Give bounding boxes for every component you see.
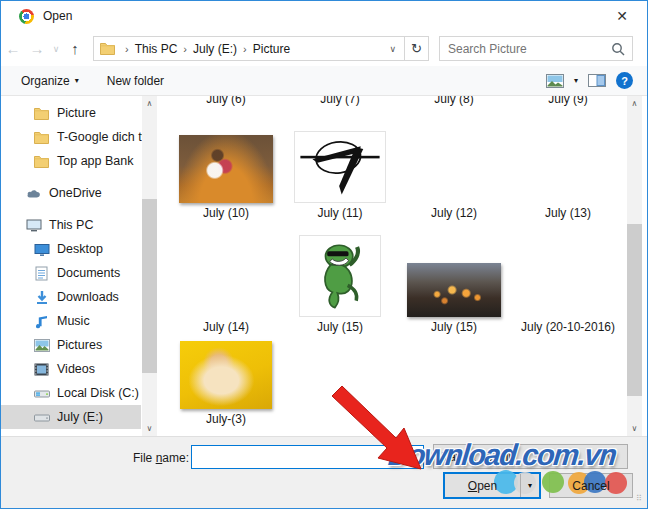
view-dropdown-icon[interactable]: ▾: [574, 76, 578, 85]
thumbnail-view-icon[interactable]: [546, 74, 564, 88]
scroll-down-icon[interactable]: ∨: [142, 421, 157, 436]
file-label: July (9): [548, 96, 587, 106]
sidebar-item-desktop[interactable]: Desktop: [1, 237, 157, 261]
file-thumbnail[interactable]: [511, 222, 625, 317]
sidebar-item-label: Downloads: [57, 290, 119, 304]
desktop-icon: [33, 242, 50, 256]
photo-house-thumbnail[interactable]: [407, 263, 501, 317]
file-label: July (12): [431, 206, 477, 220]
scroll-down-icon[interactable]: ∨: [627, 421, 642, 436]
file-thumbnail[interactable]: [511, 106, 625, 203]
file-thumbnail[interactable]: [283, 222, 397, 317]
scroll-up-icon[interactable]: ∧: [627, 96, 642, 111]
sidebar-item-downloads[interactable]: Downloads: [1, 285, 157, 309]
sidebar-item-onedrive[interactable]: OneDrive: [1, 181, 157, 205]
file-item-july-10-[interactable]: July (10): [169, 106, 283, 220]
sidebar-item-this-pc[interactable]: This PC: [1, 213, 157, 237]
refresh-icon[interactable]: ↻: [405, 36, 429, 61]
open-split-dropdown-icon[interactable]: ▾: [520, 474, 539, 497]
file-thumbnail[interactable]: [397, 222, 511, 317]
forward-icon[interactable]: →: [25, 40, 49, 57]
back-icon[interactable]: ←: [1, 40, 25, 57]
breadcrumb-item-july-e-[interactable]: July (E:): [193, 42, 237, 56]
breadcrumb-dropdown-icon[interactable]: ∨: [381, 44, 404, 54]
file-label: July (7): [320, 96, 359, 106]
file-label: July-(3): [206, 412, 246, 426]
sidebar-item-label: Videos: [57, 362, 95, 376]
sidebar-item-videos[interactable]: Videos: [1, 357, 157, 381]
sidebar-item-music[interactable]: Music: [1, 309, 157, 333]
dialog-content: PictureT-Google dich tvTop app BankOneDr…: [1, 96, 647, 436]
photo-cat-thumbnail[interactable]: [180, 341, 272, 409]
file-thumbnail[interactable]: [283, 106, 397, 203]
new-folder-button[interactable]: New folder: [99, 74, 172, 88]
file-item-july-15-[interactable]: July (15): [283, 222, 397, 334]
open-button[interactable]: Open ▾: [443, 472, 541, 499]
scrollbar-thumb[interactable]: [142, 199, 157, 373]
breadcrumb[interactable]: ›This PC›July (E:)›Picture ∨: [93, 36, 405, 61]
preview-pane-icon[interactable]: [588, 74, 606, 87]
search-icon[interactable]: [611, 42, 632, 56]
file-name-input[interactable]: [192, 450, 410, 464]
file-item-july-15-[interactable]: July (15): [397, 222, 511, 334]
sidebar-item-label: Desktop: [57, 242, 103, 256]
sidebar-item-label: OneDrive: [49, 186, 102, 200]
sidebar-item-label: Pictures: [57, 338, 102, 352]
scroll-up-icon[interactable]: ∧: [142, 96, 157, 111]
file-thumbnail[interactable]: [169, 341, 283, 409]
file-thumbnail[interactable]: [397, 106, 511, 203]
organize-label: Organize: [21, 74, 70, 88]
file-item-july-7-[interactable]: July (7): [283, 96, 397, 106]
cancel-label: Cancel: [572, 479, 609, 493]
file-item-july-3-[interactable]: July-(3): [169, 341, 283, 426]
scrollbar-thumb[interactable]: [627, 224, 642, 396]
file-name-label: File name:: [131, 451, 189, 465]
file-thumbnail[interactable]: [169, 106, 283, 203]
file-grid-scrollbar[interactable]: ∧ ∨: [627, 96, 642, 436]
sidebar-list: PictureT-Google dich tvTop app BankOneDr…: [1, 96, 157, 429]
sidebar-item-label: July (E:): [57, 410, 103, 424]
close-icon[interactable]: ✕: [607, 8, 637, 24]
sidebar-scrollbar[interactable]: ∧ ∨: [142, 96, 157, 436]
sidebar-item-pictures[interactable]: Pictures: [1, 333, 157, 357]
downloads-icon: [33, 290, 50, 305]
history-dropdown-icon[interactable]: ∨: [49, 44, 63, 54]
new-folder-label: New folder: [107, 74, 164, 88]
file-row: July (14)July (15)July (15)July (20-10-2…: [169, 222, 625, 334]
documents-icon: [33, 266, 50, 281]
search-input[interactable]: [440, 42, 611, 56]
sidebar-item-july-e-[interactable]: July (E:): [1, 405, 141, 429]
breadcrumb-item-this-pc[interactable]: This PC: [135, 42, 178, 56]
file-item-july-6-[interactable]: July (6): [169, 96, 283, 106]
breadcrumb-item-picture[interactable]: Picture: [253, 42, 290, 56]
sidebar-item-documents[interactable]: Documents: [1, 261, 157, 285]
file-item-july-12-[interactable]: July (12): [397, 106, 511, 220]
file-label: July (11): [317, 206, 362, 220]
organize-button[interactable]: Organize ▾: [13, 74, 87, 88]
file-label: July (14): [203, 320, 249, 334]
resize-grip-icon[interactable]: ⠿: [636, 497, 644, 505]
logo-seven-thumbnail[interactable]: [294, 131, 386, 203]
file-item-july-14-[interactable]: July (14): [169, 222, 283, 334]
file-item-july-11-[interactable]: July (11): [283, 106, 397, 220]
file-item-july-8-[interactable]: July (8): [397, 96, 511, 106]
file-item-july-9-[interactable]: July (9): [511, 96, 625, 106]
computer-icon: [25, 218, 42, 232]
title-bar: Open ✕: [1, 1, 647, 31]
file-item-july-13-[interactable]: July (13): [511, 106, 625, 220]
file-row: July (10)July (11)July (12)July (13): [169, 106, 625, 220]
file-label: July (15): [431, 320, 477, 334]
sidebar-item-local-disk-c-[interactable]: Local Disk (C:): [1, 381, 157, 405]
file-row: July-(3): [169, 341, 283, 426]
up-icon[interactable]: ↑: [63, 40, 87, 57]
frog-cartoon-thumbnail[interactable]: [299, 235, 381, 317]
photo-family-thumbnail[interactable]: [179, 135, 273, 203]
sidebar-item-picture[interactable]: Picture: [1, 101, 157, 125]
sidebar-item-t-google-dich-tv[interactable]: T-Google dich tv: [1, 125, 157, 149]
window-title: Open: [43, 9, 72, 23]
file-item-july-20-10-2016-[interactable]: July (20-10-2016): [511, 222, 625, 334]
chevron-down-icon: ▾: [75, 76, 79, 85]
help-icon[interactable]: ?: [616, 72, 633, 89]
file-thumbnail[interactable]: [169, 222, 283, 317]
sidebar-item-top-app-bank[interactable]: Top app Bank: [1, 149, 157, 173]
